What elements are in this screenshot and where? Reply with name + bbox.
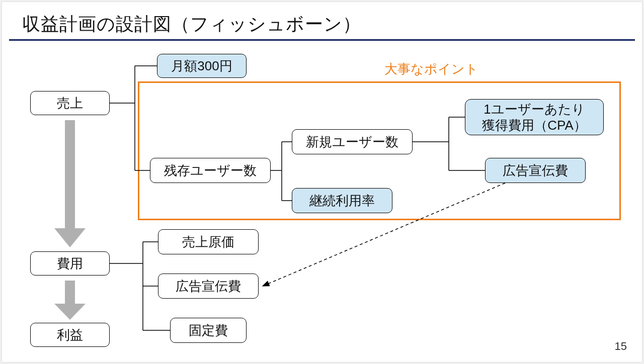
svg-marker-3	[54, 304, 86, 320]
node-retention-rate: 継続利用率	[292, 188, 392, 213]
node-new-users: 新規ユーザー数	[292, 129, 413, 154]
slide: 収益計画の設計図（フィッシュボーン） 大事なポイント 売上 費用 利益 月額30…	[2, 2, 642, 362]
node-sales: 売上	[30, 91, 110, 115]
node-monthly-price: 月額300円	[157, 54, 247, 78]
node-cogs: 売上原価	[158, 229, 259, 254]
node-cpa: 1ユーザーあたり獲得費用（CPA）	[465, 99, 604, 135]
svg-rect-0	[65, 120, 75, 228]
title-underline	[9, 39, 635, 41]
node-ad-cost-top: 広告宣伝費	[485, 158, 586, 183]
arrow-cost-to-profit	[54, 281, 86, 320]
slide-title: 収益計画の設計図（フィッシュボーン）	[22, 12, 361, 37]
highlight-label: 大事なポイント	[384, 60, 478, 78]
svg-rect-2	[65, 281, 75, 304]
svg-marker-1	[54, 228, 86, 247]
node-remaining-users: 残存ユーザー数	[150, 158, 271, 183]
node-fixed-cost: 固定費	[170, 318, 247, 343]
node-cost: 費用	[30, 251, 110, 276]
page-number: 15	[615, 340, 627, 353]
arrow-sales-to-cost	[54, 120, 86, 247]
node-ad-cost-bottom: 広告宣伝費	[158, 274, 259, 299]
node-profit: 利益	[30, 323, 110, 347]
